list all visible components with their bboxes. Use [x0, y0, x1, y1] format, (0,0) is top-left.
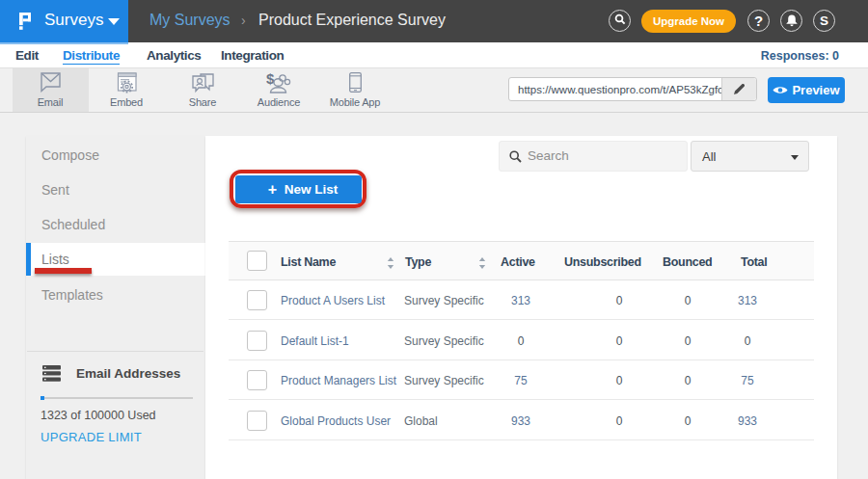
svg-text:$: $	[266, 72, 275, 87]
